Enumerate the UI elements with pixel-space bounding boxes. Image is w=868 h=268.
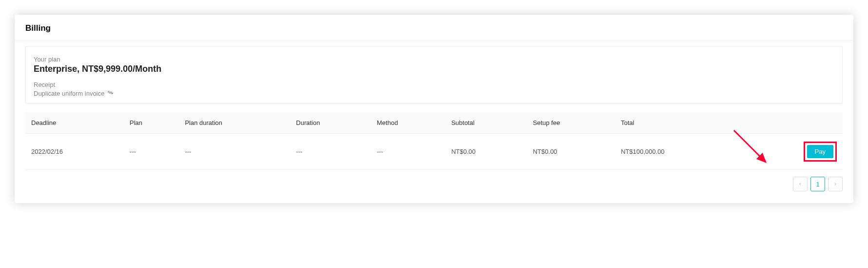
invoice-table-wrap: Deadline Plan Plan duration Duration Met… <box>25 112 843 170</box>
chevron-right-icon <box>833 181 838 188</box>
page-title: Billing <box>25 23 843 33</box>
col-plan: Plan <box>124 112 179 134</box>
col-duration: Duration <box>290 112 371 134</box>
cell-method: --- <box>371 134 446 170</box>
invoice-table: Deadline Plan Plan duration Duration Met… <box>25 112 843 170</box>
plan-section: Your plan Enterprise, NT$9,999.00/Month … <box>25 46 843 103</box>
receipt-text: Duplicate uniform invoice <box>34 90 104 97</box>
col-action <box>741 112 843 134</box>
col-deadline: Deadline <box>25 112 124 134</box>
receipt-value[interactable]: Duplicate uniform invoice <box>34 89 834 97</box>
col-subtotal: Subtotal <box>445 112 527 134</box>
cell-plan-duration: --- <box>179 134 290 170</box>
col-plan-duration: Plan duration <box>179 112 290 134</box>
swap-icon <box>107 89 114 97</box>
receipt-label: Receipt <box>34 81 834 88</box>
cell-action: Pay <box>741 134 843 170</box>
plan-label: Your plan <box>34 56 834 63</box>
cell-duration: --- <box>290 134 371 170</box>
col-method: Method <box>371 112 446 134</box>
billing-panel: Billing Your plan Enterprise, NT$9,999.0… <box>15 15 853 203</box>
table-row: 2022/02/16 --- --- --- --- NT$0.00 NT$0.… <box>25 134 843 170</box>
page-number-button[interactable]: 1 <box>810 177 825 191</box>
pay-button[interactable]: Pay <box>807 145 833 158</box>
highlight-annotation: Pay <box>804 142 837 162</box>
panel-header: Billing <box>15 15 853 41</box>
plan-value: Enterprise, NT$9,999.00/Month <box>34 64 834 74</box>
col-total: Total <box>615 112 740 134</box>
col-setup-fee: Setup fee <box>527 112 615 134</box>
chevron-left-icon <box>798 181 803 188</box>
cell-deadline: 2022/02/16 <box>25 134 124 170</box>
page-prev-button[interactable] <box>793 177 808 191</box>
cell-setup-fee: NT$0.00 <box>527 134 615 170</box>
cell-total: NT$100,000.00 <box>615 134 740 170</box>
cell-subtotal: NT$0.00 <box>445 134 527 170</box>
page-next-button[interactable] <box>828 177 843 191</box>
cell-plan: --- <box>124 134 179 170</box>
pagination: 1 <box>15 170 853 203</box>
